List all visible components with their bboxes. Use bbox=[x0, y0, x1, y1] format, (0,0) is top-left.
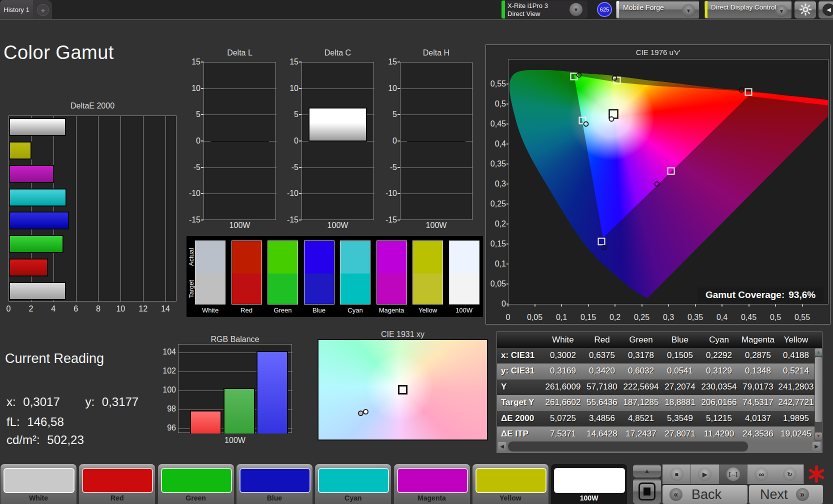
strip-label: Green bbox=[264, 306, 301, 314]
hscroll-left-arrow[interactable]: ◀ bbox=[498, 442, 506, 451]
table-cell: 14,6428 bbox=[582, 429, 622, 439]
table-cell: 0,2875 bbox=[738, 350, 778, 360]
strip-target-100w bbox=[450, 274, 479, 304]
pattern-button-white[interactable]: White bbox=[0, 464, 76, 504]
table-cell: 27,2074 bbox=[660, 382, 700, 392]
control-dropdown[interactable]: Direct Display Control ▼ bbox=[704, 0, 792, 18]
transport-stop-button[interactable]: ■ bbox=[662, 464, 691, 484]
reading-y-label: y: bbox=[85, 395, 94, 408]
strip-actual-100w bbox=[450, 241, 479, 274]
transport-step-icon: [↔] bbox=[726, 468, 740, 481]
next-button[interactable]: Next » bbox=[749, 485, 823, 504]
strip-actual-red bbox=[232, 241, 262, 274]
strip-target-cyan bbox=[340, 274, 370, 304]
table-cell: 0,3169 bbox=[544, 366, 582, 376]
transport-play-icon: ▶ bbox=[698, 468, 712, 481]
table-cell: 18,8881 bbox=[660, 398, 700, 408]
pattern-swatch-red bbox=[82, 468, 153, 493]
pattern-button-blue[interactable]: Blue bbox=[236, 464, 312, 504]
table-cell: 0,1348 bbox=[738, 366, 778, 376]
current-reading-heading: Current Reading bbox=[5, 351, 104, 366]
delta-y-tick: 10 bbox=[278, 84, 298, 93]
reading-x-value: 0,3017 bbox=[23, 395, 60, 408]
pattern-swatch-white bbox=[4, 468, 74, 493]
table-cell: 0,2292 bbox=[700, 350, 738, 360]
strip-actual-blue bbox=[304, 241, 334, 274]
pattern-swatch-cyan bbox=[318, 468, 389, 493]
pattern-button-red[interactable]: Red bbox=[79, 464, 155, 504]
table-header-yellow: Yellow bbox=[778, 335, 814, 345]
vscroll-down-arrow[interactable]: ▼ bbox=[815, 432, 822, 440]
next-chevrons-icon: » bbox=[796, 488, 809, 501]
collapse-panel-button[interactable]: ◀ bbox=[818, 0, 833, 18]
rgb-bar-blue bbox=[256, 351, 288, 434]
deltae-bar-100w bbox=[9, 282, 66, 300]
cie1976-x-axis: 00,050,10,150,20,250,30,350,40,450,50,55 bbox=[486, 45, 830, 324]
vscroll-thumb[interactable] bbox=[815, 357, 822, 422]
table-row: ΔE ITP7,537114,642817,243727,807111,4290… bbox=[497, 426, 814, 442]
delta-chart-title: Delta L bbox=[204, 48, 276, 58]
rgb-y-tick: 104 bbox=[156, 348, 176, 356]
stop-asterisk-button[interactable] bbox=[807, 464, 826, 484]
pattern-button-green[interactable]: Green bbox=[158, 464, 234, 504]
table-vscrollbar[interactable]: ▲▼ bbox=[814, 348, 822, 440]
delta-plot-delta-c bbox=[302, 62, 374, 220]
delta-y-tick: 15 bbox=[180, 58, 200, 66]
table-cell: 7,5371 bbox=[544, 429, 582, 439]
deltae-x-tick: 2 bbox=[24, 304, 38, 314]
up-arrow-icon: ▲ bbox=[644, 468, 650, 474]
pattern-button-100w[interactable]: 100W bbox=[551, 464, 627, 504]
rgb-balance-title: RGB Balance bbox=[178, 335, 292, 344]
source-stripe bbox=[616, 1, 619, 18]
back-arrow-icon: ◀ bbox=[826, 6, 830, 13]
table-header-green: Green bbox=[622, 335, 660, 345]
strip-swatch-white bbox=[195, 240, 226, 304]
pattern-label: Magenta bbox=[394, 494, 470, 502]
strip-swatch-red bbox=[232, 240, 262, 304]
delta-x-label: 100W bbox=[204, 221, 276, 230]
table-cell: 222,5694 bbox=[622, 382, 660, 392]
transport-step-button[interactable]: [↔] bbox=[719, 464, 748, 484]
table-cell: 0,0541 bbox=[660, 366, 700, 376]
source-dropdown[interactable]: Mobile Forge ▼ bbox=[616, 0, 699, 18]
transport-refresh-button[interactable]: ↻ bbox=[776, 464, 804, 484]
cie1976-x-tick: 0,25 bbox=[632, 313, 652, 322]
strip-swatch-cyan bbox=[340, 240, 370, 304]
hscroll-right-arrow[interactable]: ▶ bbox=[812, 442, 820, 451]
table-cell: 11,4290 bbox=[700, 429, 738, 439]
table-row-label: x: CIE31 bbox=[501, 350, 544, 360]
delta-chart-title: Delta H bbox=[400, 48, 472, 58]
app-window: History 1 + X-Rite i1Pro 3 Direct View ▼… bbox=[0, 0, 833, 504]
pattern-button-cyan[interactable]: Cyan bbox=[315, 464, 391, 504]
deltae-x-tick: 10 bbox=[113, 304, 128, 314]
transport-loop-button[interactable]: ∞ bbox=[748, 464, 776, 484]
pattern-button-magenta[interactable]: Magenta bbox=[394, 464, 470, 504]
meter-dropdown[interactable]: X-Rite i1Pro 3 Direct View ▼ bbox=[502, 0, 588, 18]
cie1931-title: CIE 1931 xy bbox=[318, 330, 488, 339]
table-cell: 79,0173 bbox=[738, 382, 778, 392]
delta-x-label: 100W bbox=[400, 221, 472, 230]
table-cell: 5,1215 bbox=[700, 414, 738, 424]
table-cell: 0,5214 bbox=[778, 366, 814, 376]
table-cell: 17,2437 bbox=[622, 429, 660, 439]
table-cell: 74,5317 bbox=[738, 398, 778, 408]
table-cell: 1,9895 bbox=[778, 414, 814, 424]
pattern-up-button[interactable]: ▲ bbox=[633, 464, 661, 478]
meter-line2: Direct View bbox=[508, 10, 540, 18]
rgb-x-label: 100W bbox=[178, 436, 292, 445]
transport-play-button[interactable]: ▶ bbox=[691, 464, 720, 484]
settings-button[interactable] bbox=[794, 0, 816, 18]
pattern-window-button[interactable] bbox=[633, 478, 661, 504]
table-cell: 261,6009 bbox=[544, 382, 582, 392]
cie1976-x-tick: 0,5 bbox=[766, 313, 786, 322]
pattern-button-yellow[interactable]: Yellow bbox=[472, 464, 548, 504]
pattern-label: Yellow bbox=[472, 494, 548, 502]
table-header-magenta: Magenta bbox=[738, 335, 778, 345]
back-button[interactable]: « Back bbox=[662, 485, 748, 504]
vscroll-up-arrow[interactable]: ▲ bbox=[815, 348, 822, 356]
delta-y-tick: -5 bbox=[278, 163, 298, 172]
meter-count-badge[interactable]: 625 bbox=[597, 2, 612, 17]
table-hscrollbar[interactable]: ◀▶ bbox=[497, 440, 822, 452]
pattern-swatch-yellow bbox=[476, 468, 546, 493]
hscroll-thumb[interactable] bbox=[508, 442, 748, 452]
